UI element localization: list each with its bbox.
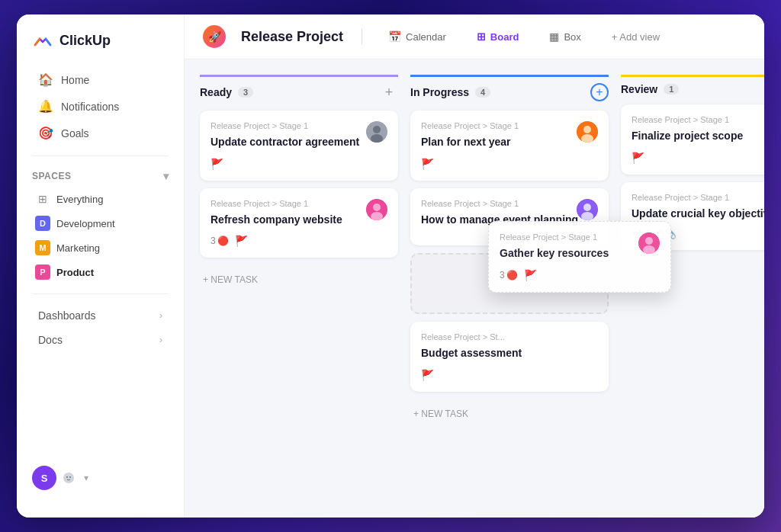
calendar-label: Calendar (406, 31, 446, 43)
spaces-label: Spaces (32, 171, 71, 181)
card-3-label: Release Project > Stage 1 (421, 121, 598, 130)
card-6-label: Release Project > Stage 1 (632, 115, 764, 124)
sidebar: ClickUp 🏠 Home 🔔 Notifications 🎯 Goals S… (17, 14, 185, 518)
ready-new-task-button[interactable]: + NEW TASK (200, 268, 398, 291)
sidebar-item-product[interactable]: P Product (20, 260, 181, 284)
card-4-avatar (577, 199, 598, 220)
svg-point-1 (66, 476, 68, 478)
app-name: ClickUp (59, 33, 111, 49)
dragging-card-footer: 3 🔴 🚩 (500, 269, 660, 281)
tab-calendar[interactable]: 📅 Calendar (381, 26, 454, 47)
card-3-title: Plan for next year (421, 135, 598, 150)
card-5-label: Release Project > St... (421, 332, 598, 341)
nav-docs[interactable]: Docs › (23, 328, 178, 352)
column-inprogress-add-button[interactable]: + (590, 83, 609, 101)
box-label: Box (564, 31, 580, 43)
card-plan-next-year[interactable]: Release Project > Stage 1 Plan for next … (410, 111, 609, 181)
user-face-icon (63, 472, 75, 484)
user-menu-caret-icon[interactable]: ▾ (84, 473, 88, 483)
development-dot: D (35, 216, 50, 231)
add-view-button[interactable]: + Add view (604, 27, 667, 47)
inprogress-new-task-label: + NEW TASK (413, 409, 468, 419)
nav-divider-2 (32, 293, 169, 294)
box-icon: ▦ (549, 30, 559, 43)
card-budget-assessment[interactable]: Release Project > St... Budget assessmen… (410, 322, 609, 392)
avatar-3-image (577, 121, 598, 143)
card-refresh-website[interactable]: Release Project > Stage 1 Refresh compan… (200, 188, 398, 258)
column-ready-title: Ready (200, 86, 232, 98)
nav-dashboards[interactable]: Dashboards › (23, 303, 178, 328)
dragging-card-title: Gather key resources (500, 246, 660, 261)
tab-box[interactable]: ▦ Box (542, 26, 588, 47)
docs-label: Docs (38, 334, 63, 346)
card-1-avatar (366, 121, 387, 143)
card-6-flag-icon: 🚩 (632, 152, 644, 164)
card-2-footer: 3 🔴 🚩 (211, 235, 387, 247)
card-gather-resources[interactable]: Release Project > Stage 1 Gather key res… (488, 221, 671, 293)
nav-divider-1 (32, 155, 169, 156)
everything-icon: ⊞ (35, 191, 50, 207)
card-1-footer: 🚩 (211, 158, 387, 170)
card-7-label: Release Project > Stage 1 (632, 193, 764, 202)
avatar-2-image (366, 199, 387, 220)
main-header: 🚀 Release Project 📅 Calendar ⊞ Board ▦ B… (185, 14, 764, 59)
nav-goals[interactable]: 🎯 Goals (23, 120, 178, 146)
calendar-icon: 📅 (388, 30, 401, 43)
sidebar-item-marketing[interactable]: M Marketing (20, 236, 181, 260)
spaces-chevron-icon[interactable]: ▾ (163, 170, 169, 182)
card-2-title: Refresh company website (211, 213, 387, 228)
user-avatar[interactable]: S (32, 466, 56, 490)
card-3-flag-icon: 🚩 (421, 158, 434, 170)
column-review-count: 1 (664, 84, 679, 95)
ready-new-task-label: + NEW TASK (203, 274, 258, 285)
svg-point-2 (69, 476, 71, 478)
goals-icon: 🎯 (38, 126, 53, 140)
nav-goals-label: Goals (61, 127, 89, 139)
sidebar-footer: S ▾ (17, 453, 184, 502)
card-2-label: Release Project > Stage 1 (211, 199, 387, 208)
project-title: Release Project (241, 29, 343, 45)
column-inprogress-header: In Progress 4 + (410, 75, 609, 111)
column-ready-header: Ready 3 + (200, 75, 398, 111)
header-divider (362, 29, 362, 44)
card-5-title: Budget assessment (421, 346, 598, 361)
tab-board[interactable]: ⊞ Board (469, 26, 527, 47)
svg-point-0 (63, 473, 74, 483)
dragging-card-avatar (638, 232, 660, 254)
card-1-label: Release Project > Stage 1 (211, 121, 387, 130)
card-6-footer: 🚩 (632, 152, 764, 164)
card-1-flag-icon: 🚩 (211, 158, 223, 170)
column-ready-add-button[interactable]: + (380, 83, 398, 101)
nav-notifications-label: Notifications (61, 101, 119, 113)
project-icon: 🚀 (203, 25, 226, 48)
nav-home[interactable]: 🏠 Home (23, 66, 178, 93)
svg-point-16 (645, 237, 653, 245)
main-area: 🚀 Release Project 📅 Calendar ⊞ Board ▦ B… (185, 14, 764, 518)
svg-point-4 (373, 126, 381, 133)
avatar-4-image (577, 199, 598, 220)
column-ready-count: 3 (238, 87, 253, 98)
nav-notifications[interactable]: 🔔 Notifications (23, 93, 178, 120)
logo-area: ClickUp (17, 30, 184, 66)
card-6-title: Finalize project scope (632, 129, 764, 144)
inprogress-new-task-button[interactable]: + NEW TASK (410, 402, 609, 425)
dragging-card-label: Release Project > Stage 1 (500, 232, 660, 242)
development-label: Development (56, 218, 115, 229)
app-container: ClickUp 🏠 Home 🔔 Notifications 🎯 Goals S… (17, 14, 764, 518)
sidebar-item-everything[interactable]: ⊞ Everything (20, 187, 181, 211)
dashboards-label: Dashboards (38, 309, 96, 322)
card-finalize-scope[interactable]: Release Project > Stage 1 Finalize proje… (621, 104, 764, 175)
card-update-contractor[interactable]: Release Project > Stage 1 Update contrac… (200, 111, 398, 181)
column-ready: Ready 3 + Release Project > Stage 1 Upda… (200, 75, 398, 291)
bell-icon: 🔔 (38, 99, 53, 114)
dragging-emoji: 🔴 (506, 270, 518, 280)
board-label: Board (490, 31, 519, 43)
card-2-avatar (366, 199, 387, 220)
add-view-label: + Add view (612, 31, 660, 43)
marketing-dot: M (35, 240, 50, 255)
avatar-1-image (366, 121, 387, 143)
svg-point-13 (583, 204, 591, 211)
card-4-label: Release Project > Stage 1 (421, 199, 598, 208)
card-3-footer: 🚩 (421, 158, 598, 170)
sidebar-item-development[interactable]: D Development (20, 211, 181, 236)
